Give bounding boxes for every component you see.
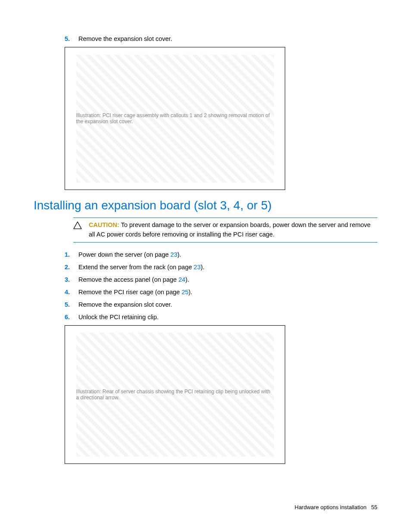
step-list-top: 5. Remove the expansion slot cover. [34,34,377,44]
footer-section: Hardware options installation [295,504,367,510]
step-text: Remove the access panel (on page 24). [78,275,377,284]
step-number: 2. [65,263,78,272]
step-number: 6. [65,313,78,322]
step-2: 2. Extend the server from the rack (on p… [65,263,377,272]
step-number: 4. [65,288,78,297]
step-3: 3. Remove the access panel (on page 24). [65,275,377,284]
step-number: 5. [65,34,78,44]
step-number: 3. [65,275,78,284]
page-link[interactable]: 24 [178,276,185,283]
step-number: 5. [65,300,78,309]
caution-label: CAUTION: [89,221,119,228]
figure-placeholder: Illustration: Rear of server chassis sho… [76,333,274,457]
figure-pci-retaining-clip: Illustration: Rear of server chassis sho… [65,325,285,464]
step-text: Power down the server (on page 23). [78,250,377,259]
step-text: Unlock the PCI retaining clip. [78,313,377,322]
step-4: 4. Remove the PCI riser cage (on page 25… [65,288,377,297]
step-text: Remove the PCI riser cage (on page 25). [78,288,377,297]
step-list-main: 1. Power down the server (on page 23). 2… [34,250,377,322]
page-link[interactable]: 23 [194,264,201,271]
section-heading: Installing an expansion board (slot 3, 4… [34,199,377,212]
caution-callout: CAUTION: To prevent damage to the server… [73,218,377,243]
step-6: 6. Unlock the PCI retaining clip. [65,313,377,322]
figure-placeholder: Illustration: PCI riser cage assembly wi… [76,55,274,183]
step-text: Remove the expansion slot cover. [78,34,377,44]
step-5-top: 5. Remove the expansion slot cover. [65,34,377,44]
caution-text: CAUTION: To prevent damage to the server… [89,221,376,240]
page-link[interactable]: 25 [181,289,188,296]
page-link[interactable]: 23 [171,251,177,258]
caution-icon [73,221,89,229]
step-number: 1. [65,250,78,259]
step-1: 1. Power down the server (on page 23). [65,250,377,259]
step-text: Extend the server from the rack (on page… [78,263,377,272]
caution-body: To prevent damage to the server or expan… [89,221,371,238]
figure-expansion-slot-cover: Illustration: PCI riser cage assembly wi… [65,47,285,190]
page-footer: Hardware options installation 55 [295,504,377,510]
document-page: 5. Remove the expansion slot cover. Illu… [0,0,411,532]
step-text: Remove the expansion slot cover. [78,300,377,309]
footer-page-number: 55 [371,504,377,510]
step-5: 5. Remove the expansion slot cover. [65,300,377,309]
